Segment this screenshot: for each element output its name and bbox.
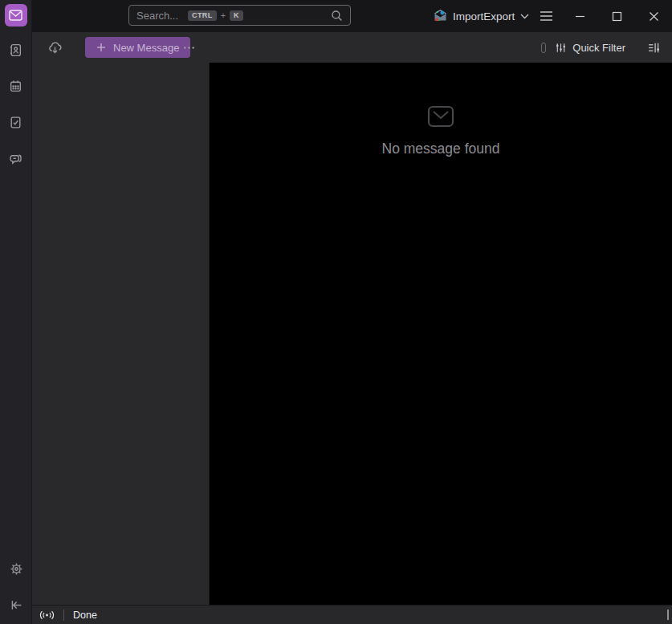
status-bar: Done (32, 605, 672, 624)
quick-filter-button[interactable]: Quick Filter (553, 39, 627, 57)
account-selector[interactable]: ImportExport (427, 0, 536, 32)
search-icon (331, 10, 343, 22)
minimize-button[interactable] (561, 0, 598, 32)
display-options-icon (647, 41, 661, 55)
new-message-label: New Message (113, 42, 179, 54)
app-menu-button[interactable] (530, 4, 562, 28)
window-resize-grip[interactable] (667, 610, 669, 620)
collapse-spaces-icon (10, 598, 23, 612)
space-chat-button[interactable] (5, 147, 27, 169)
tasks-icon (9, 116, 22, 129)
maximize-button[interactable] (598, 0, 635, 32)
get-messages-button[interactable] (45, 38, 64, 57)
message-list-header: Quick Filter (541, 32, 672, 63)
quick-filter-label: Quick Filter (572, 42, 625, 54)
close-icon (649, 11, 659, 22)
ellipsis-icon (183, 46, 195, 50)
spaces-toolbar (0, 0, 32, 624)
broadcast-icon (39, 609, 55, 622)
mail-icon (9, 10, 22, 21)
shortcut-key-separator: + (221, 10, 226, 20)
space-mail-button[interactable] (5, 4, 27, 27)
settings-button[interactable] (5, 557, 27, 580)
chevron-down-icon (520, 14, 529, 19)
hamburger-menu-icon (540, 10, 553, 22)
space-tasks-button[interactable] (5, 111, 27, 133)
filter-sliders-icon (555, 42, 567, 54)
empty-state-message: No message found (382, 141, 500, 157)
space-calendar-button[interactable] (5, 75, 27, 97)
settings-gear-icon (10, 562, 23, 576)
shortcut-key-ctrl: CTRL (188, 10, 217, 21)
close-button[interactable] (635, 0, 672, 32)
importexport-addon-icon (434, 10, 447, 22)
address-book-icon (9, 43, 22, 57)
chat-icon (9, 152, 22, 165)
search-input[interactable]: Search... CTRL + K (128, 5, 351, 26)
status-separator (63, 610, 64, 621)
account-label: ImportExport (453, 10, 515, 22)
envelope-icon (426, 104, 455, 128)
maximize-icon (612, 11, 622, 22)
plus-icon (96, 43, 106, 52)
collapse-spaces-button[interactable] (5, 593, 27, 616)
cloud-download-icon (47, 41, 63, 55)
folder-pane-options-button[interactable] (178, 38, 199, 57)
new-message-button[interactable]: New Message (85, 37, 190, 58)
search-placeholder: Search... (136, 10, 178, 22)
pane-header-row: New Message Quick Fil (32, 32, 672, 63)
shortcut-key-k: K (230, 10, 243, 21)
window-controls (561, 0, 672, 32)
minimize-icon (575, 11, 585, 22)
folder-pane (32, 63, 210, 605)
top-toolbar: Search... CTRL + K ImportExport (32, 0, 672, 32)
display-options-button[interactable] (643, 38, 664, 57)
calendar-icon (9, 80, 22, 93)
space-address-book-button[interactable] (5, 39, 27, 61)
spaces-toolbar-bottom (0, 557, 32, 624)
message-list-area: No message found (210, 63, 672, 605)
pane-splitter-grip[interactable] (541, 43, 546, 53)
status-text: Done (73, 610, 97, 621)
